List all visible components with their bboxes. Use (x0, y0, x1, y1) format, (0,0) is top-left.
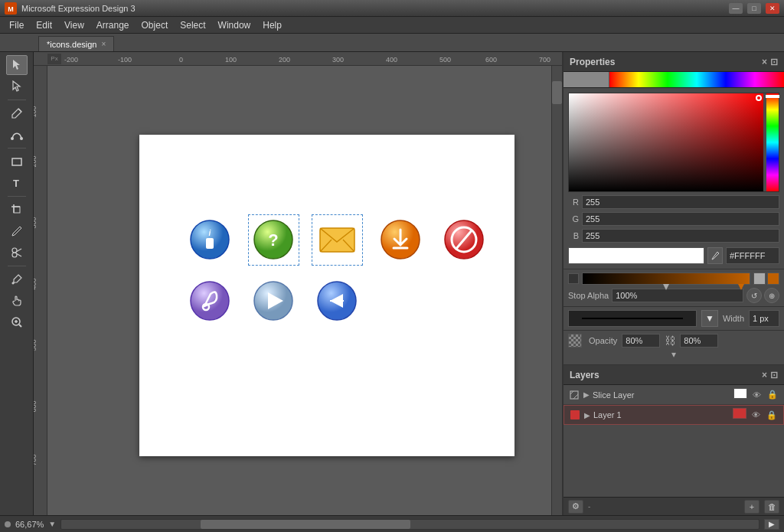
opacity-checkerboard (568, 334, 582, 348)
svg-point-31 (191, 282, 229, 320)
icon-play[interactable] (249, 276, 299, 326)
icon-question[interactable]: ? (249, 215, 299, 265)
r-input[interactable] (582, 195, 779, 209)
properties-header: Properties × ⊡ (564, 52, 784, 72)
gradient-swatch-orange[interactable] (767, 273, 779, 285)
icon-download[interactable] (376, 215, 426, 265)
layers-pin-button[interactable]: × (762, 370, 767, 380)
layers-delete-btn[interactable]: 🗑 (764, 500, 779, 514)
layer-slice-name: Slice Layer (593, 390, 730, 400)
horizontal-scrollbar[interactable] (60, 519, 760, 530)
menu-select[interactable]: Select (174, 18, 211, 32)
scrollbar-thumb-v[interactable] (552, 81, 562, 104)
icon-settings[interactable] (185, 276, 235, 326)
tool-scissors[interactable] (6, 243, 28, 263)
icon-back[interactable] (312, 276, 362, 326)
gradient-bar[interactable] (582, 273, 750, 285)
tool-zoom[interactable] (6, 312, 28, 332)
width-input[interactable] (749, 310, 779, 327)
layer-1-visibility[interactable]: 👁 (749, 408, 763, 422)
layer-slice[interactable]: ▶ Slice Layer 👁 🔒 (564, 385, 784, 405)
opacity-input-2[interactable] (680, 334, 718, 348)
layer-slice-visibility[interactable]: 👁 (750, 388, 763, 402)
layers-detach-button[interactable]: ⊡ (770, 370, 778, 380)
hex-input[interactable] (726, 247, 779, 264)
tool-direct-select[interactable] (6, 77, 28, 96)
menu-help[interactable]: Help (256, 18, 288, 32)
stroke-preview[interactable] (568, 310, 697, 327)
menu-file[interactable]: File (3, 18, 30, 32)
scroll-right-btn[interactable]: ▶ (764, 519, 779, 530)
layers-header: Layers × ⊡ (564, 365, 784, 385)
layer-1-expand[interactable]: ▶ (584, 411, 590, 419)
color-swatch[interactable] (568, 247, 704, 264)
opacity-section: Opacity ⛓ ▾ (564, 331, 784, 365)
r-label: R (568, 197, 579, 207)
g-input[interactable] (582, 212, 779, 226)
tool-hand[interactable] (6, 291, 28, 311)
swatch-row (568, 247, 779, 264)
tool-text[interactable]: T (6, 173, 28, 193)
tool-pen[interactable] (6, 103, 28, 123)
panel-detach-button[interactable]: ⊡ (770, 57, 778, 67)
menu-edit[interactable]: Edit (30, 18, 58, 32)
layer-1-name: Layer 1 (593, 410, 730, 419)
gradient-reverse-btn[interactable]: ↺ (746, 288, 762, 303)
color-tab-active[interactable] (564, 72, 609, 87)
drawing-canvas[interactable]: i (139, 135, 514, 456)
tab-close-icon[interactable]: × (101, 40, 106, 48)
tool-rectangle[interactable] (6, 152, 28, 171)
panel-pin-button[interactable]: × (762, 57, 767, 67)
layers-add-btn[interactable]: + (744, 500, 760, 514)
tab-icons-design[interactable]: *icons.design × (38, 36, 114, 51)
layer-1-controls: 👁 🔒 (733, 408, 779, 422)
icon-mail[interactable] (312, 215, 362, 265)
layer-slice-lock[interactable]: 🔒 (766, 388, 779, 402)
stroke-dropdown[interactable]: ▼ (701, 310, 718, 327)
layers-settings-btn[interactable]: ⚙ (568, 500, 583, 514)
stop-alpha-input[interactable] (612, 289, 743, 302)
close-button[interactable]: ✕ (766, 3, 779, 14)
statusbar: 66,67% ▼ ▶ (0, 515, 784, 532)
width-label: Width (723, 314, 744, 323)
scrollbar-thumb-h[interactable] (201, 520, 410, 529)
tool-crop[interactable] (6, 200, 28, 220)
gradient-left-swatch[interactable] (568, 273, 579, 284)
gradient-swatch-gray[interactable] (753, 273, 766, 285)
main-layout: T (0, 52, 784, 515)
opacity-chain-icon[interactable]: ⛓ (665, 335, 675, 347)
menu-object[interactable]: Object (136, 18, 175, 32)
layer-slice-thumbnail (733, 388, 747, 399)
icons-row-2 (185, 276, 362, 326)
tool-paint[interactable] (6, 221, 28, 241)
opacity-input-1[interactable] (622, 334, 660, 348)
canvas-viewport[interactable]: i (47, 66, 562, 515)
eyedropper-button[interactable] (707, 247, 723, 264)
color-spectrum[interactable] (568, 93, 779, 192)
menu-window[interactable]: Window (212, 18, 257, 32)
minimize-button[interactable]: — (729, 3, 743, 14)
layer-1-lock[interactable]: 🔒 (765, 408, 779, 422)
spectrum-hue-bar[interactable] (766, 93, 779, 191)
layer-1-thumbnail (733, 408, 746, 419)
tool-bezier[interactable] (6, 125, 28, 145)
zoom-down-arrow[interactable]: ▼ (48, 520, 56, 528)
app-icon: M (5, 2, 17, 15)
icon-no[interactable] (439, 215, 489, 265)
layer-slice-expand[interactable]: ▶ (583, 390, 590, 399)
stroke-line (582, 318, 684, 319)
spectrum-dark (569, 93, 763, 191)
gradient-options-btn[interactable]: ⊕ (764, 288, 779, 303)
maximize-button[interactable]: □ (747, 3, 761, 14)
tool-pointer[interactable] (6, 55, 28, 75)
menu-arrange[interactable]: Arrange (90, 18, 136, 32)
properties-expand-arrow[interactable]: ▾ (568, 348, 779, 361)
vertical-scrollbar[interactable] (551, 66, 562, 515)
layer-1[interactable]: ▶ Layer 1 👁 🔒 (564, 405, 784, 425)
menu-view[interactable]: View (58, 18, 90, 32)
tool-eyedropper[interactable] (6, 269, 28, 289)
icon-info[interactable]: i (185, 215, 235, 265)
rgb-r-row: R (568, 195, 779, 209)
color-spectrum-tab[interactable] (609, 72, 784, 87)
b-input[interactable] (582, 229, 779, 243)
